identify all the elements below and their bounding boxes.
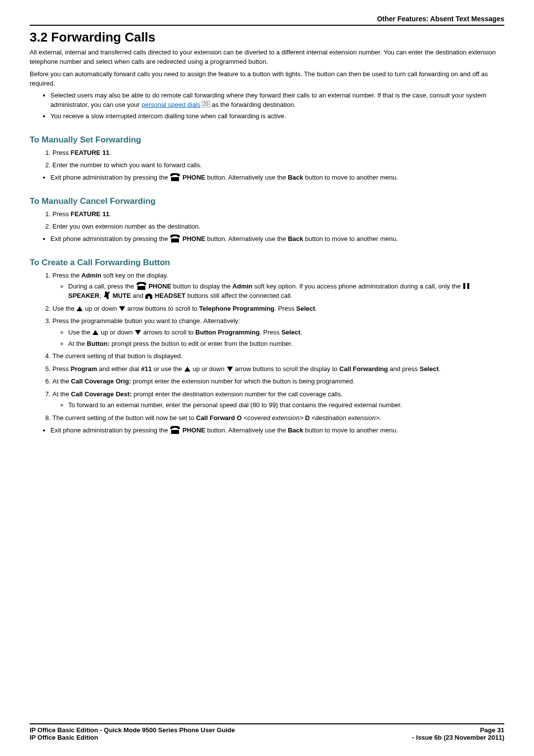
c-sub3a-d: . Press [260,329,281,336]
c-sub1f: buttons still affect the connected call. [185,292,292,299]
set-exit-bullet: Exit phone administration by pressing th… [50,173,504,183]
set-b1-phone: PHONE [182,174,205,181]
c-sub1b: button to display the [173,283,232,290]
c-s5e: arrow buttons to scroll the display to [235,365,339,373]
footer-right-1: Page 31 [480,726,504,734]
personal-speed-dials-link[interactable]: personal speed dials [141,101,200,108]
set-b1a: Exit phone administration by pressing th… [50,174,170,181]
create-sub3a: Use the up or down arrows to scroll to B… [68,328,504,337]
create-step-7: At the Call Coverage Dest: prompt enter … [52,389,504,410]
create-s1b: Admin [82,272,101,279]
footer-left-2: IP Office Basic Edition [30,734,98,741]
c-s5c: or use the [152,365,184,373]
c-sub1-speaker: SPEAKER [68,292,99,299]
intro-bullet-2: You receive a slow interrupted intercom … [50,112,504,121]
c-s7b: Call Coverage Dest: [71,390,132,398]
create-b1c: button to move to another menu. [303,426,398,434]
create-sub7: To forward to an external number, enter … [68,401,504,410]
c-s5-code: #11 [141,365,152,373]
up-arrow-icon [92,329,99,336]
c-sub3a-sel: Select [281,329,300,336]
c-s8e: <destination extension>. [310,414,381,422]
set-step-2: Enter the number to which you want to fo… [52,160,504,170]
c-s2b: up or down [85,305,119,312]
phone-icon [170,173,180,181]
intro-bullet-1: Selected users may also be able to do re… [50,91,504,110]
cancel-b1b: button. Alternatively use the [207,235,288,242]
create-step-1: Press the Admin soft key on the display.… [52,271,504,301]
header-breadcrumb: Other Features: Absent Text Messages [30,15,504,26]
create-step-2: Use the up or down arrow buttons to scro… [52,304,504,314]
down-arrow-icon [119,305,126,312]
create-step-4: The current setting of that button is di… [52,351,504,361]
c-sub3b-b: Button: [87,340,110,347]
create-b1b: button. Alternatively use the [207,426,288,434]
cancel-exit-bullet: Exit phone administration by pressing th… [50,235,504,244]
c-s6a: At the [52,378,71,385]
footer-left-1: IP Office Basic Edition - Quick Mode 950… [30,726,235,734]
intro-b1-b: as the forwarding destination. [210,101,296,108]
c-s8c: <covered extension> [242,414,305,422]
c-s7c: prompt enter the destination extension n… [132,390,342,398]
c-s5-prog: Program [71,365,97,373]
create-s1a: Press the [52,272,82,279]
cancel-s1c: . [109,210,111,218]
cancel-step-2: Enter you own extension number as the de… [52,222,504,232]
set-b1-back: Back [288,174,303,181]
cancel-step-1: Press FEATURE 11. [52,209,504,219]
c-s2e: . [315,305,317,312]
create-step-5: Press Program and either dial #11 or use… [52,364,504,374]
set-s1a: Press [52,149,71,156]
cancel-b1c: button to move to another menu. [303,235,398,242]
c-sub3b-a: At the [68,340,87,347]
create-sub3b: At the Button: prompt press the button t… [68,339,504,349]
cancel-s1a: Press [52,210,71,218]
footer-right-2: - Issue 6b (23 November 2011) [412,734,504,741]
heading-set-forwarding: To Manually Set Forwarding [30,135,504,145]
c-sub1d: , [99,292,103,299]
intro-p1: All external, internal and transferred c… [30,48,504,67]
ref-20: 20 [202,101,210,107]
c-s8a: The current setting of the button will n… [52,414,196,422]
cancel-b1a: Exit phone administration by pressing th… [50,235,170,242]
c-sub3a-c: arrows to scroll to [143,329,195,336]
c-s2d: . Press [274,305,296,312]
create-step-6: At the Call Coverage Orig: prompt enter … [52,377,504,386]
c-s5g: . [439,365,441,373]
c-s8d: D [305,414,310,422]
c-s8b: Call Forward O [196,414,242,422]
set-b1c: button to move to another menu. [303,174,398,181]
set-step-1: Press FEATURE 11. [52,148,504,158]
c-s5f: and press [388,365,419,373]
create-step-3: Press the programmable button you want t… [52,316,504,348]
heading-create-button: To Create a Call Forwarding Button [30,258,504,268]
c-sub3a-e: . [300,329,302,336]
phone-icon [170,235,180,242]
down-arrow-icon [134,329,141,336]
phone-icon [136,282,147,290]
cancel-b1-back: Back [288,235,303,242]
set-b1b: button. Alternatively use the [207,174,288,181]
create-sub1: During a call, press the PHONE button to… [68,282,504,301]
create-step-8: The current setting of the button will n… [52,413,504,423]
c-s2c: arrow buttons to scroll to [128,305,199,312]
c-sub1c: soft key option. If you access phone adm… [253,283,463,290]
create-b1-back: Back [288,426,303,434]
c-s2-sel: Select [296,305,315,312]
c-s6b: Call Coverage Orig: [71,378,131,385]
create-s1c: soft key on the display. [101,272,168,279]
phone-icon [170,426,180,434]
c-sub3a-a: Use the [68,329,92,336]
page-title: 3.2 Forwarding Calls [30,30,504,45]
headset-icon [145,291,153,299]
speaker-icon [462,282,470,290]
c-s5a: Press [52,365,71,373]
c-sub3b-c: prompt press the button to edit or enter… [110,340,293,347]
cancel-b1-phone: PHONE [182,235,205,242]
c-sub3a-bp: Button Programming [195,329,260,336]
set-s1c: . [109,149,111,156]
c-s2-tp: Telephone Programming [199,305,274,312]
c-s6c: prompt enter the extension number for wh… [131,378,355,385]
c-s7a: At the [52,390,71,398]
mute-icon [103,291,111,299]
